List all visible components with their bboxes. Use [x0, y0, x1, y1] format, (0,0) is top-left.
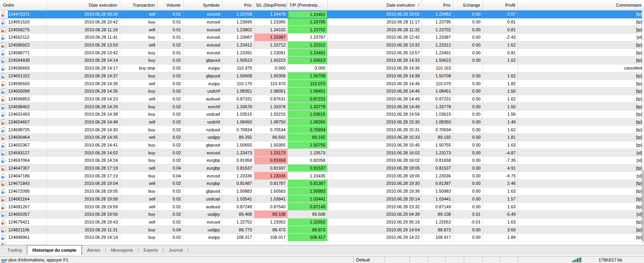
- table-row[interactable]: 1246473072010.06.28 17:19sell0.04eurgbp0…: [0, 165, 644, 172]
- cell-profit: 1.50: [483, 103, 518, 111]
- column-header-profit[interactable]: Profit: [483, 0, 518, 10]
- tab-alertes[interactable]: Alertes: [82, 245, 105, 255]
- column-header-date-ex-cution[interactable]: Date exécution/: [328, 0, 422, 10]
- cell-open_time: 2010.06.28 19:56: [47, 211, 120, 218]
- table-row[interactable]: 1246810572010.06.28 19:56buy0.02usdjpy89…: [0, 211, 644, 218]
- cell-tp: 1.50755: [288, 141, 328, 149]
- cell-tp: 1.23452: [288, 11, 328, 18]
- cell-profit: 0.81: [483, 18, 518, 26]
- order-sell-icon: [2, 135, 5, 140]
- cell-type: buy: [120, 18, 158, 26]
- cell-comment: [tp]: [518, 165, 644, 172]
- tab-experts[interactable]: Experts: [138, 245, 163, 255]
- cell-sl: 1.23395: [254, 18, 288, 26]
- scrollbar-thumb[interactable]: [642, 171, 644, 241]
- cell-open_time: 2010.06.28 14:24: [47, 157, 120, 165]
- table-row[interactable]: 1245955552010.06.28 14:35sell0.02eurjpy1…: [0, 80, 644, 88]
- cell-tp: 1.23436: [288, 172, 328, 180]
- tab-messagerie[interactable]: Messagerie: [106, 245, 138, 255]
- cell-symbol: gbpusd: [183, 141, 222, 149]
- table-row[interactable]: 1245970642010.06.28 14:24buy0.02eurgbp0.…: [0, 157, 644, 165]
- order-sell-icon: [2, 181, 5, 186]
- cell-order: [0, 242, 47, 245]
- table-row[interactable]: 1245949382010.06.28 14:14buy0.02gbpusd1.…: [0, 57, 644, 64]
- tab-historique-du-compte[interactable]: Historique du compte: [27, 245, 82, 255]
- cell-close_time: 2010.06.28 15:33: [328, 134, 422, 141]
- cell-volume: 0.02: [158, 41, 183, 49]
- cell-volume: 0.01: [158, 11, 183, 18]
- table-row[interactable]: 1245621122010.06.28 11:41buy0.01eurusd1.…: [0, 34, 644, 41]
- tab-journal[interactable]: Journal: [163, 245, 188, 255]
- cell-order: 124681164: [0, 195, 47, 203]
- cell-symbol: eurusd: [183, 41, 222, 49]
- cell-volume: 0.02: [158, 211, 183, 218]
- cell-open_time: 2010.06.28 14:35: [47, 88, 120, 95]
- table-row[interactable]: 1245984022010.06.28 14:29buy0.02eurchf1.…: [0, 103, 644, 111]
- cell-profit: 1.56: [483, 111, 518, 118]
- order-number: 124671843: [8, 181, 30, 186]
- cell-close_price: 1.23173: [422, 149, 453, 157]
- column-header-volume[interactable]: Volume: [158, 0, 183, 10]
- cell-sl: 0.81658: [254, 157, 288, 165]
- table-row[interactable]: 1246718432010.06.28 19:04sell0.02eurgbp0…: [0, 180, 644, 188]
- column-header-date-ex-cution[interactable]: Date exécution: [47, 0, 120, 10]
- table-row[interactable]: 1246004642010.06.28 14:35sell0.02usdjpy8…: [0, 134, 644, 141]
- table-row[interactable]: 1246811642010.06.28 19:58sell0.02usdcad1…: [0, 195, 644, 203]
- column-header-transaction[interactable]: Transaction: [120, 0, 158, 10]
- cell-sl: 1.50223: [254, 57, 288, 64]
- cell-close_time: 2010.06.28 16:02: [328, 149, 422, 157]
- table-row[interactable]: 1246046072010.06.28 14:48sell0.02usdchf1…: [0, 118, 644, 126]
- column-header-symbole[interactable]: Symbole: [183, 0, 222, 10]
- cell-order: 124562112: [0, 34, 47, 41]
- column-header-commentaire[interactable]: Commentaire: [518, 0, 644, 10]
- table-row[interactable]: 1246023672010.06.28 14:41buy0.02gbpusd1.…: [0, 141, 644, 149]
- cell-tp: 1.23312: [288, 41, 328, 49]
- cell-type: buy: [120, 157, 158, 165]
- table-row[interactable]: 1245987252010.06.28 14:30buy0.02nzdusd0.…: [0, 126, 644, 134]
- cell-type: buy: [120, 172, 158, 180]
- cell-close_price: 1.50623: [422, 57, 453, 64]
- cell-open_time: 2010.06.28 14:48: [47, 118, 120, 126]
- cell-volume: 0.01: [158, 49, 183, 57]
- column-header-prix[interactable]: Prix: [422, 0, 453, 10]
- table-row[interactable]: 1246812672010.06.28 19:59sell0.02audusd0…: [0, 203, 644, 211]
- column-header-ordre[interactable]: Ordre: [0, 0, 47, 10]
- table-row[interactable]: 1246014932010.06.28 14:38buy0.02usdcad1.…: [0, 111, 644, 118]
- table-row[interactable]: 1245931272010.06.28 14:02buy0.02eurusd1.…: [0, 149, 644, 157]
- cell-order: 124647307: [0, 165, 47, 172]
- column-header-t-p-prendre-p[interactable]: T/P (Prendre/p...: [288, 0, 328, 10]
- cell-price: 1.03541: [222, 195, 254, 203]
- table-row[interactable]: 1245956932010.06.28 14:17buy stop0.02eur…: [0, 64, 644, 72]
- table-row[interactable]: 1248499612010.06.29 14:14buy0.02eurjpy10…: [0, 234, 644, 242]
- table-row[interactable]: 1245968532010.06.28 14:23sell0.02audusd0…: [0, 95, 644, 103]
- order-buy-icon: [2, 212, 5, 216]
- table-row[interactable]: 1245887712010.06.28 13:42buy0.01eurusd1.…: [0, 49, 644, 57]
- table-row[interactable]: 1244733712010.06.28 00:36sell0.01eurusd1…: [0, 11, 644, 18]
- table-row[interactable]: 1245809222010.06.28 13:03sell0.02eurusd1…: [0, 41, 644, 49]
- order-number: 124473371: [8, 12, 30, 16]
- cell-sl: 0.87549: [254, 203, 288, 211]
- table-row[interactable]: 1245515202010.06.28 10:42buy0.01eurusd1.…: [0, 18, 644, 26]
- cell-type: buy: [120, 188, 158, 195]
- cell-close_price: 1.50708: [422, 72, 453, 80]
- table-row[interactable]: 1246720952010.06.28 19:05buy0.02gbpusd1.…: [0, 188, 644, 195]
- vertical-scrollbar[interactable]: [642, 11, 644, 245]
- cell-open_time: 2010.06.28 19:04: [47, 180, 120, 188]
- cell-sl: 0.70534: [254, 126, 288, 134]
- tab-trading[interactable]: Trading: [2, 245, 27, 255]
- column-header-prix[interactable]: Prix: [222, 0, 254, 10]
- cell-close_price: 0.70934: [422, 126, 453, 134]
- table-row[interactable]: 1245582752010.06.28 11:19sell0.01eurusd1…: [0, 26, 644, 34]
- table-row[interactable]: 1248211062010.06.29 11:31buy0.04usdjpy88…: [0, 226, 644, 234]
- cell-price: 1.23412: [222, 41, 254, 49]
- column-header-echange[interactable]: Echange: [453, 0, 483, 10]
- table-row[interactable]: 1246794212010.06.28 19:43sell0.02eurusd1…: [0, 218, 644, 226]
- cell-volume: 0.02: [158, 234, 183, 242]
- table-row-partial[interactable]: [0, 242, 644, 245]
- status-profile[interactable]: Default: [353, 257, 385, 263]
- table-row[interactable]: 1246471862010.06.28 17:19buy0.04eurusd1.…: [0, 172, 644, 180]
- table-row[interactable]: 1246013222010.06.28 14:37buy0.02gbpusd1.…: [0, 72, 644, 80]
- column-header-s-l-stop-perte[interactable]: S/L (Stop/Perte): [254, 0, 288, 10]
- order-number: 124821106: [8, 227, 29, 232]
- table-row[interactable]: 1246000982010.06.28 14:35buy0.02usdchf1.…: [0, 88, 644, 95]
